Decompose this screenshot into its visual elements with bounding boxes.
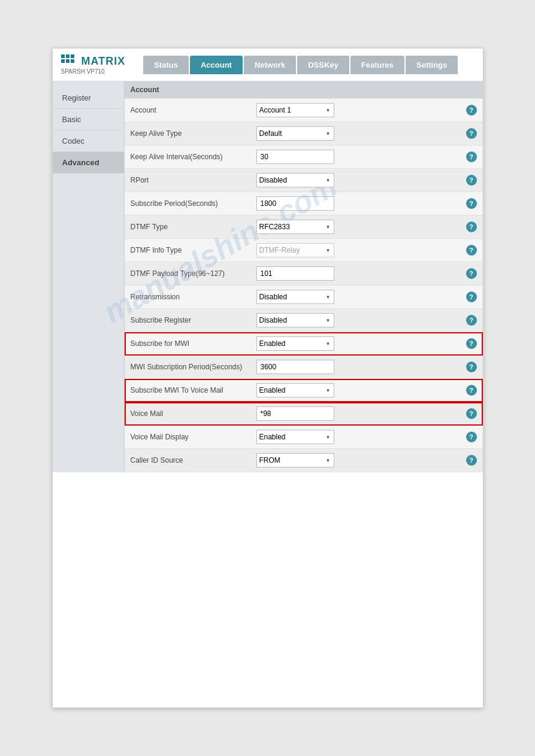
field-label: Retransmission <box>125 286 250 309</box>
table-row: DTMF Payload Type(96~127)? <box>125 262 483 286</box>
field-input-mwi-subscription-period(seconds)[interactable] <box>256 360 334 374</box>
col-header-value <box>250 81 460 99</box>
nav-tab-dsskey[interactable]: DSSKey <box>297 56 349 74</box>
svg-rect-4 <box>66 59 69 63</box>
help-icon[interactable]: ? <box>466 198 477 209</box>
form-table: Account AccountAccount 1?Keep Alive Type… <box>125 81 483 472</box>
field-input-subscribe-period(seconds)[interactable] <box>256 196 334 211</box>
logo-area: MATRIX SPARSH VP710 <box>61 54 126 75</box>
svg-rect-1 <box>66 54 69 58</box>
table-row: Subscribe Period(Seconds)? <box>125 192 483 215</box>
field-label: RPort <box>125 169 250 192</box>
table-row: Voice Mail? <box>125 402 483 426</box>
help-icon[interactable]: ? <box>466 315 477 326</box>
table-row: RetransmissionDisabled? <box>125 286 483 309</box>
field-input-keep-alive-interval(seconds)[interactable] <box>256 150 334 164</box>
table-row: DTMF TypeRFC2833? <box>125 215 483 239</box>
field-select-dtmf-type[interactable]: RFC2833 <box>256 220 334 234</box>
header: MATRIX SPARSH VP710 StatusAccountNetwork… <box>53 48 483 81</box>
field-select-retransmission[interactable]: Disabled <box>256 290 334 304</box>
help-icon[interactable]: ? <box>466 432 477 442</box>
help-icon[interactable]: ? <box>466 175 477 186</box>
field-label: Account <box>125 99 250 122</box>
field-label: Subscribe MWI To Voice Mail <box>125 379 250 402</box>
col-header-label: Account <box>125 81 250 99</box>
field-select-dtmf-info-type[interactable]: DTMF-Relay <box>256 243 334 257</box>
help-icon[interactable]: ? <box>466 151 477 162</box>
field-select-account[interactable]: Account 1 <box>256 103 334 117</box>
table-row: Subscribe for MWIEnabled? <box>125 332 483 356</box>
field-label: Subscribe for MWI <box>125 332 250 356</box>
form-area: Account AccountAccount 1?Keep Alive Type… <box>125 81 483 472</box>
field-select-caller-id-source[interactable]: FROM <box>256 453 334 467</box>
nav-tab-network[interactable]: Network <box>244 56 296 74</box>
nav-tab-settings[interactable]: Settings <box>406 56 458 74</box>
field-input-voice-mail[interactable] <box>256 406 334 421</box>
field-select-subscribe-register[interactable]: Disabled <box>256 313 334 327</box>
col-header-help <box>460 81 483 99</box>
matrix-logo-icon <box>61 54 78 68</box>
nav-tab-status[interactable]: Status <box>143 56 189 74</box>
field-label: Voice Mail <box>125 402 250 426</box>
help-icon[interactable]: ? <box>466 385 477 396</box>
sidebar-item-register[interactable]: Register <box>53 87 124 109</box>
field-label: Keep Alive Interval(Seconds) <box>125 145 250 169</box>
field-label: Subscribe Register <box>125 309 250 332</box>
svg-rect-2 <box>71 54 74 58</box>
sidebar-item-codec[interactable]: Codec <box>53 130 124 152</box>
logo-sub: SPARSH VP710 <box>61 68 126 75</box>
table-row: AccountAccount 1? <box>125 99 483 122</box>
main-content: manualshine.com RegisterBasicCodecAdvanc… <box>53 81 483 472</box>
help-icon[interactable]: ? <box>466 268 477 279</box>
help-icon[interactable]: ? <box>466 338 477 349</box>
nav-tab-account[interactable]: Account <box>190 56 243 74</box>
table-row: Keep Alive TypeDefault? <box>125 122 483 145</box>
table-row: Keep Alive Interval(Seconds)? <box>125 145 483 169</box>
table-row: Voice Mail DisplayEnabled? <box>125 426 483 449</box>
field-label: DTMF Type <box>125 215 250 239</box>
field-select-keep-alive-type[interactable]: Default <box>256 126 334 141</box>
help-icon[interactable]: ? <box>466 221 477 232</box>
field-select-rport[interactable]: Disabled <box>256 173 334 187</box>
nav-tabs: StatusAccountNetworkDSSKeyFeaturesSettin… <box>143 56 474 74</box>
svg-rect-0 <box>61 54 65 58</box>
field-label: Voice Mail Display <box>125 426 250 449</box>
field-label: DTMF Payload Type(96~127) <box>125 262 250 286</box>
sidebar: RegisterBasicCodecAdvanced <box>53 81 125 472</box>
help-icon[interactable]: ? <box>466 105 477 116</box>
help-icon[interactable]: ? <box>466 245 477 256</box>
svg-rect-3 <box>61 59 65 63</box>
help-icon[interactable]: ? <box>466 362 477 372</box>
field-select-subscribe-for-mwi[interactable]: Enabled <box>256 336 334 351</box>
field-label: Subscribe Period(Seconds) <box>125 192 250 215</box>
help-icon[interactable]: ? <box>466 292 477 302</box>
table-row: Subscribe RegisterDisabled? <box>125 309 483 332</box>
nav-tab-features[interactable]: Features <box>350 56 404 74</box>
logo-text: MATRIX <box>81 55 126 68</box>
field-label: MWI Subscription Period(Seconds) <box>125 356 250 379</box>
field-label: DTMF Info Type <box>125 239 250 262</box>
svg-rect-5 <box>71 59 74 63</box>
table-header-row: Account <box>125 81 483 99</box>
help-icon[interactable]: ? <box>466 408 477 419</box>
field-label: Caller ID Source <box>125 449 250 472</box>
field-input-dtmf-payload-type(96~127)[interactable] <box>256 266 334 281</box>
help-icon[interactable]: ? <box>466 455 477 466</box>
sidebar-item-basic[interactable]: Basic <box>53 109 124 130</box>
field-select-voice-mail-display[interactable]: Enabled <box>256 430 334 444</box>
sidebar-item-advanced[interactable]: Advanced <box>53 152 124 174</box>
field-label: Keep Alive Type <box>125 122 250 145</box>
table-row: Caller ID SourceFROM? <box>125 449 483 472</box>
table-row: Subscribe MWI To Voice MailEnabled? <box>125 379 483 402</box>
field-select-subscribe-mwi-to-voice-mail[interactable]: Enabled <box>256 383 334 397</box>
table-row: DTMF Info TypeDTMF-Relay? <box>125 239 483 262</box>
table-row: MWI Subscription Period(Seconds)? <box>125 356 483 379</box>
help-icon[interactable]: ? <box>466 128 477 139</box>
table-row: RPortDisabled? <box>125 169 483 192</box>
